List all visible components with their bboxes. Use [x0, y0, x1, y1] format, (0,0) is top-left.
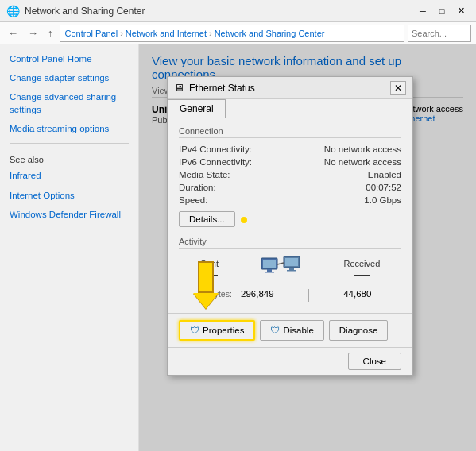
- received-col: Received: [343, 259, 380, 279]
- close-modal-button[interactable]: Close: [348, 353, 401, 370]
- modal-close-x-button[interactable]: ✕: [390, 81, 406, 95]
- modal-overlay: 🖥 Ethernet Status ✕ General Connection I…: [139, 44, 476, 451]
- modal-action-buttons: 🛡 Properties 🛡 Disable Diagnose: [168, 313, 412, 347]
- svg-rect-1: [263, 260, 276, 268]
- svg-rect-3: [265, 272, 274, 273]
- title-bar-icon: 🌐: [6, 5, 20, 17]
- sidebar-link-control-panel-home[interactable]: Control Panel Home: [10, 52, 129, 65]
- sidebar-link-advanced-sharing[interactable]: Change advanced sharing settings: [10, 91, 129, 116]
- close-row: Close: [168, 347, 412, 375]
- shield-properties-icon: 🛡: [190, 325, 199, 336]
- modal-title-icon: 🖥: [174, 82, 184, 94]
- sidebar-divider: [10, 143, 129, 144]
- speed-row: Speed: 1.0 Gbps: [179, 195, 401, 205]
- yellow-arrow: [193, 261, 219, 309]
- title-bar: 🌐 Network and Sharing Center ─ □ ✕: [0, 0, 476, 22]
- svg-rect-5: [285, 258, 298, 266]
- ipv4-row: IPv4 Connectivity: No network access: [179, 145, 401, 154]
- disable-button[interactable]: 🛡 Disable: [260, 320, 323, 341]
- bytes-sent-value: 296,849: [241, 289, 274, 299]
- speed-value: 1.0 Gbps: [364, 195, 401, 205]
- breadcrumb-bar[interactable]: Control Panel › Network and Internet › N…: [60, 25, 405, 42]
- title-bar-title: Network and Sharing Center: [25, 6, 414, 17]
- duration-value: 00:07:52: [366, 183, 401, 192]
- properties-label: Properties: [203, 326, 244, 335]
- sep1: ›: [120, 29, 123, 38]
- bytes-received-value: 44,680: [343, 289, 371, 299]
- sidebar-link-adapter-settings[interactable]: Change adapter settings: [10, 71, 129, 84]
- main-layout: Control Panel Home Change adapter settin…: [0, 44, 476, 451]
- see-also-title: See also: [10, 155, 129, 164]
- modal-tabs: General: [168, 99, 412, 118]
- sidebar-link-infrared[interactable]: Infrared: [10, 169, 129, 182]
- svg-rect-6: [289, 268, 294, 270]
- modal-body: Connection IPv4 Connectivity: No network…: [168, 118, 412, 313]
- speed-label: Speed:: [179, 195, 207, 205]
- activity-section-label: Activity: [179, 237, 401, 249]
- duration-row: Duration: 00:07:52: [179, 183, 401, 192]
- ethernet-status-modal: 🖥 Ethernet Status ✕ General Connection I…: [167, 76, 413, 376]
- bytes-received-col: 44,680: [343, 289, 371, 302]
- title-bar-controls: ─ □ ✕: [414, 4, 470, 18]
- sidebar: Control Panel Home Change adapter settin…: [0, 44, 139, 451]
- ipv6-value: No network access: [324, 157, 401, 167]
- connection-section-label: Connection: [179, 126, 401, 138]
- sidebar-link-internet-options[interactable]: Internet Options: [10, 189, 129, 202]
- activity-area: Sent: [179, 255, 401, 283]
- content-area: View your basic network information and …: [139, 44, 476, 451]
- svg-rect-2: [267, 269, 272, 272]
- close-button[interactable]: ✕: [452, 4, 470, 18]
- diagnose-label: Diagnose: [339, 326, 378, 335]
- disable-label: Disable: [283, 326, 313, 335]
- arrow-shaft: [198, 261, 214, 293]
- details-btn-row: Details...: [179, 211, 401, 227]
- ipv6-label: IPv6 Connectivity:: [179, 157, 252, 167]
- yellow-dot-indicator: [241, 217, 247, 223]
- received-dash: [354, 275, 370, 276]
- search-input[interactable]: [412, 29, 467, 38]
- search-box[interactable]: [408, 25, 471, 42]
- media-state-value: Enabled: [368, 170, 401, 179]
- breadcrumb-network-internet[interactable]: Network and Internet: [126, 29, 207, 38]
- ipv6-row: IPv6 Connectivity: No network access: [179, 157, 401, 167]
- modal-title-text: Ethernet Status: [189, 83, 390, 94]
- maximize-button[interactable]: □: [433, 4, 451, 18]
- sidebar-link-media-streaming[interactable]: Media streaming options: [10, 122, 129, 135]
- svg-line-8: [277, 263, 284, 264]
- address-bar: ← → ↑ Control Panel › Network and Intern…: [0, 22, 476, 44]
- modal-title-bar: 🖥 Ethernet Status ✕: [168, 77, 412, 99]
- svg-rect-7: [287, 270, 296, 272]
- bytes-divider: [308, 289, 309, 302]
- back-button[interactable]: ←: [5, 26, 21, 40]
- media-state-row: Media State: Enabled: [179, 170, 401, 179]
- properties-button[interactable]: 🛡 Properties: [179, 320, 255, 341]
- details-button[interactable]: Details...: [179, 211, 235, 227]
- shield-disable-icon: 🛡: [270, 325, 280, 336]
- media-state-label: Media State:: [179, 170, 230, 179]
- arrow-head: [193, 293, 219, 309]
- network-computers-icon: [261, 255, 301, 283]
- ipv4-value: No network access: [324, 145, 401, 154]
- diagnose-button[interactable]: Diagnose: [329, 320, 389, 341]
- breadcrumb-sharing-center[interactable]: Network and Sharing Center: [215, 29, 325, 38]
- duration-label: Duration:: [179, 183, 216, 192]
- tab-general[interactable]: General: [168, 99, 226, 118]
- sidebar-link-firewall[interactable]: Windows Defender Firewall: [10, 208, 129, 221]
- sep2: ›: [209, 29, 212, 38]
- ipv4-label: IPv4 Connectivity:: [179, 145, 252, 154]
- forward-button[interactable]: →: [25, 26, 41, 40]
- minimize-button[interactable]: ─: [414, 4, 431, 18]
- up-button[interactable]: ↑: [45, 26, 56, 40]
- breadcrumb-control-panel[interactable]: Control Panel: [65, 29, 118, 38]
- received-label: Received: [343, 259, 380, 268]
